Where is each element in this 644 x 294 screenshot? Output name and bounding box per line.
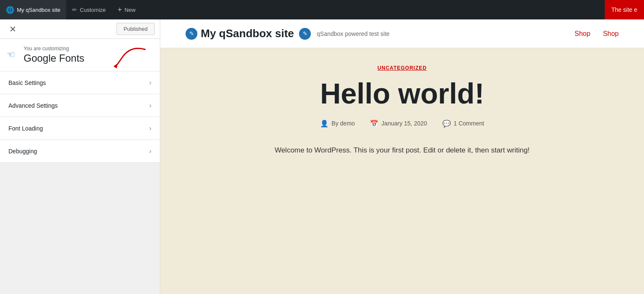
- edit-tagline-button[interactable]: ✎: [299, 28, 311, 40]
- customizer-sidebar: ✕ Published ☜ You are customizing Google…: [0, 19, 160, 294]
- post-author: By demo: [331, 120, 355, 127]
- menu-items: Basic Settings › Advanced Settings › Fon…: [0, 71, 160, 294]
- red-arrow-indicator: [109, 43, 147, 73]
- chevron-right-icon-font: ›: [149, 125, 151, 132]
- post-category: UNCATEGORIZED: [377, 65, 427, 71]
- edit-site-title-button[interactable]: ✎: [186, 28, 197, 40]
- menu-item-label-debugging: Debugging: [8, 148, 37, 155]
- cursor-icon: ☜: [7, 49, 15, 60]
- main-area: ✕ Published ☜ You are customizing Google…: [0, 19, 644, 294]
- post-comments: 1 Comment: [454, 120, 484, 127]
- menu-item-font-loading[interactable]: Font Loading ›: [0, 117, 160, 140]
- admin-bar: 🌐 My qSandbox site ✏ Customize + New The…: [0, 0, 644, 19]
- published-button[interactable]: Published: [116, 23, 155, 35]
- site-title: My qSandbox site: [201, 27, 294, 40]
- close-icon: ✕: [9, 24, 16, 34]
- admin-bar-site-link[interactable]: 🌐 My qSandbox site: [0, 0, 66, 19]
- admin-bar-site-name: My qSandbox site: [17, 7, 60, 13]
- admin-bar-customize-link[interactable]: ✏ Customize: [66, 0, 111, 19]
- post-title: Hello world!: [320, 78, 484, 109]
- post-meta: 👤 By demo 📅 January 15, 2020 💬 1 Comment: [320, 120, 484, 128]
- plus-icon: +: [118, 5, 122, 14]
- comment-icon: 💬: [442, 120, 451, 128]
- globe-icon: 🌐: [6, 6, 14, 14]
- menu-item-label-basic-settings: Basic Settings: [8, 79, 46, 86]
- preview-area: ✎ My qSandbox site ✎ qSandbox powered te…: [160, 19, 644, 294]
- admin-bar-customize-label: Customize: [80, 7, 105, 13]
- customizing-header: ☜ You are customizing Google Fonts: [0, 39, 160, 71]
- post-content: Welcome to WordPress. This is your first…: [275, 144, 530, 157]
- pencil-icon: ✏: [72, 6, 77, 13]
- menu-item-label-advanced-settings: Advanced Settings: [8, 102, 58, 109]
- close-button[interactable]: ✕: [5, 22, 20, 37]
- admin-bar-new-label: New: [124, 7, 135, 13]
- menu-item-advanced-settings[interactable]: Advanced Settings ›: [0, 94, 160, 117]
- post-content-text: Welcome to WordPress. This is your first…: [275, 144, 530, 157]
- content-area: UNCATEGORIZED Hello world! 👤 By demo 📅 J…: [160, 48, 644, 294]
- chevron-right-icon-basic: ›: [149, 79, 151, 87]
- menu-item-label-font-loading: Font Loading: [8, 125, 43, 132]
- calendar-icon: 📅: [370, 120, 378, 128]
- author-icon: 👤: [320, 120, 329, 128]
- site-navigation: Shop Shop: [574, 30, 619, 38]
- site-header: ✎ My qSandbox site ✎ qSandbox powered te…: [160, 19, 644, 48]
- the-site-badge: The site e: [605, 0, 644, 19]
- chevron-right-icon-debugging: ›: [149, 147, 151, 155]
- site-tagline: qSandbox powered test site: [317, 30, 390, 37]
- chevron-right-icon-advanced: ›: [149, 102, 151, 109]
- pencil-tagline-icon: ✎: [303, 30, 307, 37]
- menu-item-basic-settings[interactable]: Basic Settings ›: [0, 71, 160, 94]
- sidebar-top-bar: ✕ Published: [0, 19, 160, 39]
- post-meta-author: 👤 By demo: [320, 120, 355, 128]
- pencil-edit-icon: ✎: [189, 30, 194, 37]
- admin-bar-new-link[interactable]: + New: [112, 0, 142, 19]
- svg-marker-0: [113, 63, 118, 68]
- nav-link-shop-2[interactable]: Shop: [603, 30, 619, 38]
- menu-item-debugging[interactable]: Debugging ›: [0, 140, 160, 163]
- post-meta-comments: 💬 1 Comment: [442, 120, 484, 128]
- post-meta-date: 📅 January 15, 2020: [370, 120, 427, 128]
- post-date: January 15, 2020: [381, 120, 427, 127]
- site-title-area: ✎ My qSandbox site ✎ qSandbox powered te…: [186, 27, 390, 40]
- nav-link-shop-1[interactable]: Shop: [574, 30, 590, 38]
